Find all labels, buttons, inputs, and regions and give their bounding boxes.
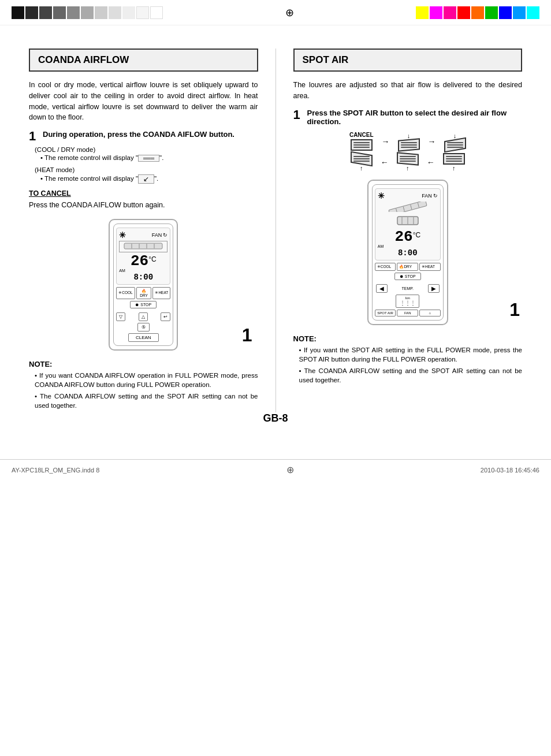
schedule-btn[interactable]: ⑤ <box>137 323 150 332</box>
page-number: GB-8 <box>29 412 522 424</box>
arrow-down-3: ↓ <box>453 132 457 139</box>
coanda-airflow-section: COANDA AIRFLOW In cool or dry mode, vert… <box>29 49 258 412</box>
heat-btn-left[interactable]: ✳HEAT <box>152 287 170 299</box>
louver-2 <box>398 138 420 151</box>
note-left-bullet-2: • The COANDA AIRFLOW setting and the SPO… <box>35 392 258 410</box>
ion-dots-icon: ⋮⋮⋮ <box>400 300 415 306</box>
spot-air-section: SPOT AIR The louvres are adjusted so tha… <box>293 49 523 412</box>
heat-btn-right[interactable]: ✳HEAT <box>419 263 441 271</box>
snowflake-icon-right: ✳ <box>378 191 385 200</box>
arrow-down-2: ↓ <box>407 132 411 139</box>
step1-heading: 1 During operation, press the COANDA AIF… <box>29 130 258 143</box>
nav-coanda-btn[interactable]: ↩ <box>161 312 170 321</box>
clean-btn-row: CLEAN <box>116 333 170 342</box>
vane-svg-right <box>388 202 428 212</box>
remote-right-inner: ✳ FAN ↻ <box>372 184 444 321</box>
home-btn[interactable]: ⌂ <box>419 310 441 316</box>
temp-unit-right: °C <box>413 230 420 239</box>
temp-row: ◀ TEMP. ▶ <box>375 284 441 293</box>
step1-badge-left: 1 <box>242 325 252 346</box>
mode-buttons-right: ✳COOL 🔥DRY ✳HEAT <box>375 263 441 271</box>
ion-btn[interactable]: Ion ⋮⋮⋮ <box>396 295 419 308</box>
spot-diagram: CANCEL → ↓ <box>293 132 523 172</box>
fan-label-left: FAN ↻ <box>152 232 168 238</box>
temp-num-right: 26 <box>394 228 412 245</box>
page-content: COANDA AIRFLOW In cool or dry mode, vert… <box>0 25 551 448</box>
lcd-top-icons-right: ✳ FAN ↻ <box>378 191 438 200</box>
remote-right: ✳ FAN ↻ <box>367 180 448 325</box>
nav-buttons-left: ▽ △ ↩ <box>116 312 170 321</box>
note-right-bullet-1: • If you want the SPOT AIR setting in th… <box>299 345 523 364</box>
cool-btn-left[interactable]: ✳COOL <box>116 287 135 299</box>
snowflake-icon-left: ✳ <box>119 230 126 240</box>
louver-4 <box>351 151 373 166</box>
temp-down-btn[interactable]: ◀ <box>376 284 388 293</box>
column-divider <box>276 49 276 412</box>
arrow-left-1: ← <box>381 158 389 167</box>
cool-dry-label: (COOL / DRY mode) <box>35 146 258 153</box>
mode-buttons-left: ✳COOL 🔥DRY ✳HEAT <box>116 287 170 299</box>
arrow-right-1: → <box>382 137 390 146</box>
fan-icon-right: ↻ <box>433 193 438 199</box>
step1-right-num: 1 <box>293 109 304 121</box>
stop-btn-wrapper-left: ⏺ STOP <box>116 301 170 310</box>
center-reg-mark: ⊕ <box>285 6 294 19</box>
louver-5 <box>397 152 419 165</box>
fan-icon-left: ↻ <box>163 232 167 238</box>
file-info: AY-XPC18LR_OM_ENG.indd 8 <box>12 467 99 474</box>
remote-left-inner: ✳ FAN ↻ <box>113 224 173 346</box>
coanda-intro: In cool or dry mode, vertical airflow lo… <box>29 80 258 123</box>
center-reg-mark-bottom: ⊕ <box>286 464 294 475</box>
remote-right-wrapper: ✳ FAN ↻ <box>293 180 523 325</box>
note-right-title: NOTE: <box>293 334 523 343</box>
spot-air-buttons: SPOT AIR FAN ⌂ <box>375 310 441 316</box>
note-left: NOTE: • If you want COANDA AIRFLOW opera… <box>29 360 258 410</box>
coanda-header: COANDA AIRFLOW <box>29 49 258 72</box>
louver-svg-right <box>396 215 419 226</box>
temp-display-left: 26°C <box>119 254 167 269</box>
time-left: 8:00 <box>119 273 167 282</box>
bottom-bar: AY-XPC18LR_OM_ENG.indd 8 ⊕ 2010-03-18 16… <box>0 459 551 480</box>
louver-cancel <box>351 139 373 151</box>
schedule-btn-row: ⑤ <box>116 323 170 332</box>
step1-badge-right: 1 <box>509 299 520 321</box>
temp-num-left: 26 <box>131 252 148 270</box>
dry-btn-left[interactable]: 🔥DRY <box>136 287 152 299</box>
clean-btn[interactable]: CLEAN <box>128 333 159 342</box>
heat-label: (HEAT mode) <box>35 166 258 173</box>
svg-rect-5 <box>389 202 427 212</box>
ion-btn-row: Ion ⋮⋮⋮ <box>375 295 441 308</box>
arrow-up-4: ↑ <box>360 165 363 172</box>
louver-icon-right <box>378 215 438 228</box>
fan-btn[interactable]: FAN <box>397 310 418 316</box>
nav-down-btn[interactable]: ▽ <box>116 312 125 321</box>
step1-text: During operation, press the COANDA AIFLO… <box>43 130 234 139</box>
remote-left-wrapper: ✳ FAN ↻ <box>29 219 258 351</box>
heat-mode-display-img: ↙ <box>138 174 154 184</box>
vane-display-left <box>119 241 167 252</box>
stop-btn-left[interactable]: ⏺ STOP <box>130 301 157 308</box>
louver-3 <box>444 137 466 152</box>
heat-sub: (HEAT mode) • The remote control will di… <box>35 166 258 184</box>
stop-btn-wrapper-right: ⏺ STOP <box>375 273 441 282</box>
step1-right-heading: 1 Press the SPOT AIR button to select th… <box>293 109 523 126</box>
svg-rect-0 <box>124 243 162 249</box>
time-right: 8:00 <box>378 248 438 258</box>
note-right-bullet-2: • The COANDA AIRFLOW setting and the SPO… <box>299 366 523 385</box>
temp-up-btn[interactable]: ▶ <box>428 284 440 293</box>
note-right: NOTE: • If you want the SPOT AIR setting… <box>293 334 523 385</box>
nav-up-btn[interactable]: △ <box>139 312 148 321</box>
arrow-left-2: ← <box>427 158 435 167</box>
cancel-label: CANCEL <box>349 132 374 138</box>
note-left-bullet-1: • If you want COANDA AIRFLOW operation i… <box>35 371 258 389</box>
heat-bullet: • The remote control will display "↙". <box>40 174 258 184</box>
date-info: 2010-03-18 16:45:46 <box>481 467 539 474</box>
temp-display-right: 26°C <box>378 229 438 244</box>
top-marks-area: ⊕ <box>0 0 551 25</box>
stop-btn-right[interactable]: ⏺ STOP <box>394 273 421 280</box>
cool-btn-right[interactable]: ✳COOL <box>375 263 396 271</box>
spot-air-btn[interactable]: SPOT AIR <box>375 310 396 316</box>
spot-air-header: SPOT AIR <box>293 49 523 72</box>
dry-btn-right[interactable]: 🔥DRY <box>397 263 418 271</box>
arrow-right-2: → <box>428 137 436 146</box>
